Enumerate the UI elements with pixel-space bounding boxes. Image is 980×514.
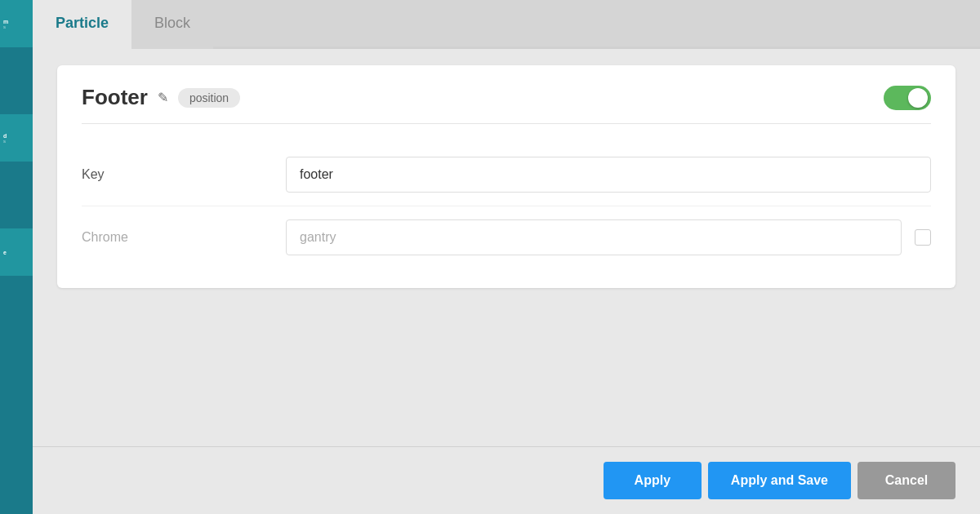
field-row-chrome: Chrome [82, 206, 931, 268]
toggle-slider [884, 86, 931, 110]
cancel-button[interactable]: Cancel [858, 462, 956, 499]
tab-particle[interactable]: Particle [33, 0, 131, 49]
settings-card: Footer ✎ position Key Chrome [57, 65, 956, 288]
field-row-key: Key [82, 144, 931, 206]
sidebar-blocks-container: m s d s e [0, 0, 33, 514]
apply-button[interactable]: Apply [604, 462, 702, 499]
field-label-chrome: Chrome [82, 230, 286, 245]
main-dialog: Particle Block Footer ✎ position Key [33, 0, 980, 514]
card-title: Footer [82, 85, 148, 110]
field-checkbox-chrome[interactable] [915, 229, 931, 246]
field-input-chrome[interactable] [286, 219, 902, 255]
card-header: Footer ✎ position [82, 85, 931, 124]
tab-bar: Particle Block [33, 0, 980, 49]
edit-icon[interactable]: ✎ [158, 90, 168, 105]
sidebar-block-2: d s [0, 114, 33, 163]
tab-block[interactable]: Block [131, 0, 213, 49]
apply-save-button[interactable]: Apply and Save [708, 462, 851, 499]
sidebar-block-3: e [0, 228, 33, 277]
sidebar-block-1: m s [0, 0, 33, 49]
toggle-switch[interactable] [884, 86, 931, 110]
content-area: Footer ✎ position Key Chrome [33, 49, 980, 446]
card-header-left: Footer ✎ position [82, 85, 240, 110]
footer-bar: Apply Apply and Save Cancel [33, 446, 980, 514]
field-label-key: Key [82, 167, 286, 182]
field-input-key[interactable] [286, 157, 931, 193]
position-badge: position [178, 88, 240, 108]
